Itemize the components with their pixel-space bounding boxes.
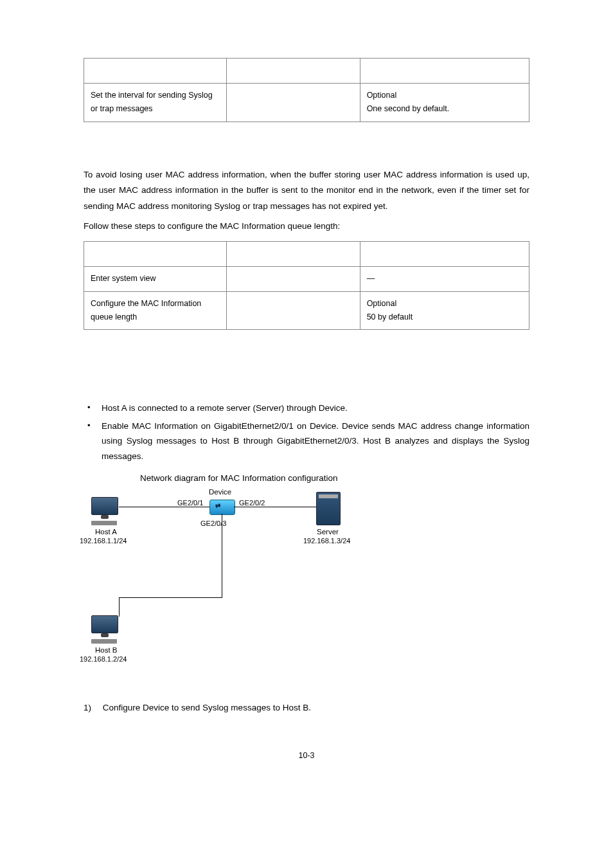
table-row: Configure the MAC Information queue leng… — [84, 291, 529, 330]
cell-description: Set the interval for sending Syslog or t… — [84, 84, 227, 122]
server-icon — [316, 492, 341, 525]
server-label: Server — [317, 528, 339, 536]
table-header-cell — [226, 59, 360, 84]
figure-caption: Network diagram for MAC Information conf… — [140, 473, 529, 483]
device-arrow-icon: ⇄ — [215, 502, 220, 509]
host-a-ip: 192.168.1.1/24 — [80, 537, 127, 545]
table-row: Enter system view — — [84, 267, 529, 291]
paragraph: Follow these steps to configure the MAC … — [84, 219, 529, 235]
device-icon: ⇄ — [209, 500, 235, 515]
table-header-cell — [84, 59, 227, 84]
host-b-label: Host B — [95, 646, 118, 654]
list-item: Host A is connected to a remote server (… — [84, 401, 529, 416]
link-line — [119, 597, 120, 617]
cell-command — [226, 291, 360, 330]
step-text: Configure Device to send Syslog messages… — [103, 703, 311, 712]
port-label-ge201: GE2/0/1 — [177, 499, 203, 507]
host-a-label: Host A — [95, 528, 117, 536]
link-line — [119, 597, 222, 598]
host-a-icon — [91, 497, 118, 520]
cell-remarks: — — [360, 267, 529, 291]
cell-remarks: Optional One second by default. — [360, 84, 529, 122]
link-line — [222, 514, 222, 597]
bullet-list: Host A is connected to a remote server (… — [84, 401, 529, 464]
remark-line: Optional — [367, 297, 522, 311]
step-line: 1) Configure Device to send Syslog messa… — [84, 703, 529, 712]
remark-line: Optional — [367, 89, 522, 102]
cell-remarks: Optional 50 by default — [360, 291, 529, 330]
link-line — [119, 507, 209, 507]
queue-length-table: Enter system view — Configure the MAC In… — [84, 241, 529, 330]
host-b-icon — [91, 615, 118, 638]
table-header-cell — [360, 242, 529, 267]
table-header-cell — [84, 242, 227, 267]
server-ip: 192.168.1.3/24 — [303, 537, 350, 545]
page-number: 10-3 — [84, 751, 529, 760]
table-header-cell — [226, 242, 360, 267]
cell-command — [226, 84, 360, 122]
cell-description: Configure the MAC Information queue leng… — [84, 291, 227, 330]
cell-command — [226, 267, 360, 291]
remark-line: One second by default. — [367, 102, 522, 116]
cell-description: Enter system view — [84, 267, 227, 291]
link-line — [234, 507, 316, 507]
paragraph: To avoid losing user MAC address informa… — [84, 167, 529, 215]
host-b-ip: 192.168.1.2/24 — [80, 655, 127, 663]
table-row: Set the interval for sending Syslog or t… — [84, 84, 529, 122]
list-item: Enable MAC Information on GigabitEtherne… — [84, 419, 529, 464]
remark-line: 50 by default — [367, 311, 522, 324]
port-label-ge203: GE2/0/3 — [200, 520, 226, 527]
step-number: 1) — [84, 703, 100, 712]
interval-table: Set the interval for sending Syslog or t… — [84, 58, 529, 122]
device-label: Device — [209, 488, 231, 496]
table-header-cell — [360, 59, 529, 84]
port-label-ge202: GE2/0/2 — [239, 499, 265, 507]
network-diagram: Device ⇄ GE2/0/1 GE2/0/2 GE2/0/3 Host A … — [84, 488, 360, 668]
